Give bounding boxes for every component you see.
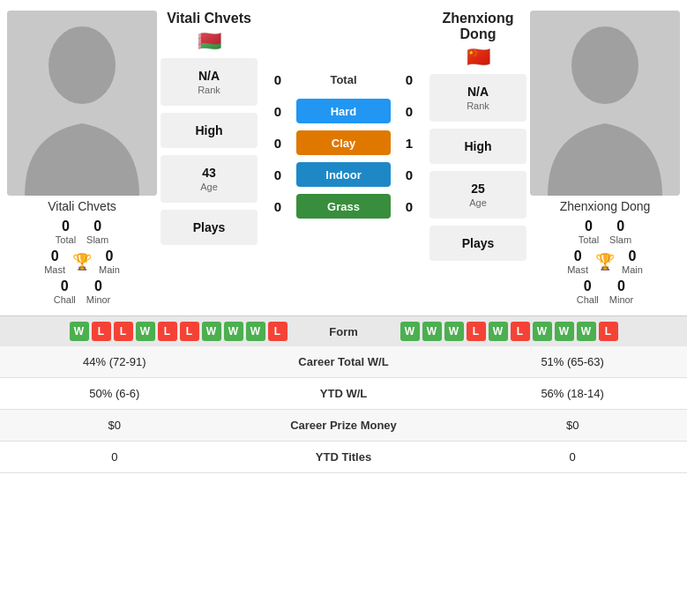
right-player-name-header: Zhenxiong Dong [429,11,526,42]
left-rank-box: N/A Rank [161,58,258,106]
right-main-value: 0 [628,249,636,264]
right-player-stats-row2: 0 Mast 🏆 0 Main [567,249,643,275]
right-mast-label: Mast [567,264,588,275]
right-player-photo [530,11,680,196]
form-badge-w: W [136,322,155,341]
left-trophy-icon: 🏆 [72,252,92,271]
form-section: WLLWLLWWWL Form WWWLWLWWWL [0,315,687,346]
stats-left-0: 44% (72-91) [0,346,229,378]
grass-surface-btn[interactable]: Grass [296,194,391,219]
stats-row: $0 Career Prize Money $0 [0,410,687,442]
right-plays-box: Plays [429,226,526,261]
left-form-badges: WLLWLLWWWL [9,322,287,341]
right-chall-cell: 0 Chall [577,278,599,305]
right-chall-value: 0 [584,278,592,294]
right-player-stats-row3: 0 Chall 0 Minor [577,278,634,305]
stats-right-2: $0 [458,410,687,442]
left-high-box: High [161,113,258,148]
hard-surface-btn[interactable]: Hard [296,99,391,123]
left-player-stats-row2: 0 Mast 🏆 0 Main [44,249,120,275]
left-clay-count: 0 [265,136,291,151]
right-slam-cell: 0 Slam [609,219,631,245]
left-minor-cell: 0 Minor [86,278,111,305]
stats-center-2: Career Prize Money [229,410,459,442]
left-total-count: 0 [265,72,291,87]
left-player-photo [7,11,157,196]
form-badge-w: W [444,322,464,341]
left-minor-value: 0 [94,278,102,294]
form-badge-w: W [533,322,552,341]
form-badge-w: W [555,322,574,341]
right-age-value: 25 [471,182,485,196]
right-total-count: 0 [396,72,422,87]
right-high-value: High [464,139,491,153]
left-player-stats-row1: 0 Total 0 Slam [56,219,108,245]
left-mast-value: 0 [51,249,59,264]
form-badge-w: W [202,322,221,341]
clay-surface-btn[interactable]: Clay [296,130,391,155]
right-mast-value: 0 [574,249,582,264]
left-grass-count: 0 [265,199,291,214]
left-mast-label: Mast [44,264,65,275]
right-slam-value: 0 [616,219,624,234]
right-minor-value: 0 [617,278,625,294]
right-slam-label: Slam [609,234,631,245]
right-total-value: 0 [585,219,593,234]
form-badge-w: W [224,322,243,341]
right-age-label: Age [469,197,487,208]
right-main-cell: 0 Main [622,249,643,275]
right-main-label: Main [622,264,643,275]
left-plays-box: Plays [161,210,258,245]
right-player-stats-row1: 0 Total 0 Slam [579,219,631,245]
right-indoor-count: 0 [396,167,422,182]
form-badge-l: L [158,322,177,341]
stats-row: 50% (6-6) YTD W/L 56% (18-14) [0,378,687,410]
left-rank-value: N/A [198,69,220,83]
left-indoor-count: 0 [265,167,291,182]
left-slam-cell: 0 Slam [86,219,108,245]
right-hard-count: 0 [396,104,422,119]
right-minor-cell: 0 Minor [609,278,634,305]
left-total-label: Total [56,234,76,245]
stats-right-0: 51% (65-63) [458,346,687,378]
form-badge-l: L [114,322,133,341]
right-plays-value: Plays [462,236,495,250]
stats-left-2: $0 [0,410,229,442]
left-plays-value: Plays [193,220,226,234]
stats-row: 44% (72-91) Career Total W/L 51% (65-63) [0,346,687,378]
left-minor-label: Minor [86,294,111,305]
stats-right-3: 0 [458,442,687,473]
grass-label: Grass [327,200,360,213]
right-age-box: 25 Age [429,171,526,219]
left-mast-cell: 0 Mast [44,249,65,275]
right-grass-count: 0 [396,199,422,214]
left-flag: 🇧🇾 [198,30,221,53]
right-player-name: Zhenxiong Dong [560,199,651,213]
left-chall-cell: 0 Chall [54,278,76,305]
left-mid-panel: Vitali Chvets 🇧🇾 N/A Rank High 43 Age Pl… [161,11,258,249]
form-badge-l: L [467,322,486,341]
total-row: 0 Total 0 [265,63,422,95]
right-chall-label: Chall [577,294,599,305]
form-badge-l: L [511,322,530,341]
left-player-card: Vitali Chvets 0 Total 0 Slam 0 Mast 🏆 0 … [7,11,157,308]
center-surface-panel: 0 Total 0 0 Hard 0 0 Clay 1 0 Indoor 0 [261,11,426,222]
right-total-cell: 0 Total [579,219,599,245]
left-player-name-header: Vitali Chvets [167,11,251,26]
left-chall-label: Chall [54,294,76,305]
form-badge-l: L [268,322,287,341]
left-age-value: 43 [202,166,216,180]
stats-table: 44% (72-91) Career Total W/L 51% (65-63)… [0,346,687,473]
left-age-label: Age [200,182,218,192]
form-badge-l: L [599,322,618,341]
right-clay-count: 1 [396,136,422,151]
left-slam-label: Slam [86,234,108,245]
indoor-surface-btn[interactable]: Indoor [296,162,391,187]
left-age-box: 43 Age [161,155,258,203]
right-rank-label: Rank [467,100,489,111]
right-trophy-icon: 🏆 [595,252,615,271]
left-player-stats-row3: 0 Chall 0 Minor [54,278,111,305]
right-flag: 🇨🇳 [467,46,490,69]
form-badge-w: W [70,322,89,341]
indoor-label: Indoor [325,168,361,182]
